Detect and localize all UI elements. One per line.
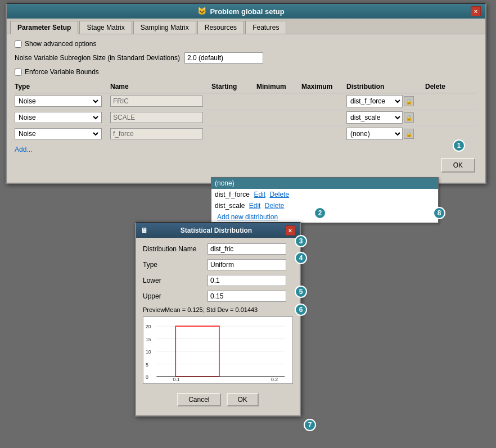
dropdown-dist-scale-edit[interactable]: Edit [249,202,261,210]
lock-btn-1[interactable]: 🔒 [404,96,414,106]
svg-text:5: 5 [146,361,148,367]
svg-text:0.2: 0.2 [271,377,278,381]
tab-sampling-matrix[interactable]: Sampling Matrix [133,21,196,34]
dist-dropdown-2[interactable]: dist_scale [346,111,403,124]
type-select-3[interactable]: Noise [15,128,102,139]
tab-resources[interactable]: Resources [197,21,244,34]
svg-text:0: 0 [146,374,148,380]
dist-select-wrap-3: (none) 🔒 [346,128,425,140]
type-row: Type [143,259,293,270]
footer-row: OK [15,153,477,177]
dropdown-dist-f-force-label: dist_f_force [215,191,250,198]
type-select-2[interactable]: Noise [15,112,102,123]
type-dropdown-1[interactable]: Noise [16,97,100,106]
tab-stage-matrix[interactable]: Stage Matrix [79,21,132,34]
col-name: Name [110,83,211,90]
main-content: Show advanced options Noise Variable Sub… [7,34,485,183]
upper-row: Upper [143,291,293,302]
show-advanced-label: Show advanced options [25,40,96,48]
col-type: Type [15,83,110,90]
dropdown-dist-scale-label: dist_scale [215,202,245,210]
distribution-chart: 0 5 10 15 20 0.1 0.2 [146,319,290,381]
noise-field-input[interactable] [184,52,263,64]
noise-field-row: Noise Variable Subregion Size (in Standa… [15,52,477,64]
dist-name-input[interactable] [208,243,286,255]
lock-btn-2[interactable]: 🔒 [404,112,414,123]
lower-label: Lower [143,277,208,284]
badge-4: 4 [295,252,307,264]
stat-content: Distribution Name Type Lower Upper Previ… [136,238,300,415]
dropdown-none-label: (none) [215,179,235,187]
name-input-1[interactable] [110,96,203,107]
noise-field-label: Noise Variable Subregion Size (in Standa… [15,54,180,62]
add-link[interactable]: Add... [15,146,32,153]
chart-container: 0 5 10 15 20 0.1 0.2 [143,316,293,384]
main-dialog: 🐱 Problem global setup × Parameter Setup… [6,3,486,184]
svg-text:20: 20 [146,324,151,329]
badge-7: 7 [304,419,316,431]
dropdown-item-none[interactable]: (none) [211,178,438,189]
badge-6: 6 [295,304,307,316]
stat-dialog-icon: 🖥 [141,227,147,234]
table-row: Noise (none) 🔒 [15,126,477,142]
preview-text: PreviewMean = 0.125; Std Dev = 0.01443 [143,306,293,313]
main-close-button[interactable]: × [471,6,481,16]
stat-dialog-title: Statistical Distribution [181,227,252,234]
dropdown-item-dist-f-force[interactable]: dist_f_force Edit Delete [211,189,438,200]
tab-features[interactable]: Features [245,21,286,34]
stat-close-button[interactable]: × [285,225,295,236]
name-input-2[interactable] [110,112,203,123]
type-select-1[interactable]: Noise [15,96,102,107]
main-ok-button[interactable]: OK [441,158,475,173]
enforce-bounds-row: Enforce Variable Bounds [15,68,477,76]
dist-name-row: Distribution Name [143,243,293,255]
svg-text:10: 10 [146,349,151,355]
dist-name-label: Distribution Name [143,245,208,253]
enforce-bounds-checkbox[interactable] [15,69,22,76]
badge-8: 8 [433,207,445,219]
show-advanced-checkbox[interactable] [15,40,22,48]
enforce-bounds-label: Enforce Variable Bounds [25,68,99,76]
col-maximum: Maximum [301,83,346,90]
svg-text:15: 15 [146,337,151,342]
dropdown-dist-scale-delete[interactable]: Delete [265,202,285,210]
dist-select-wrap-2: dist_scale 🔒 [346,111,425,124]
lock-btn-3[interactable]: 🔒 [404,129,414,139]
stat-ok-button[interactable]: OK [227,393,259,406]
badge-3: 3 [295,235,307,247]
type-input[interactable] [208,259,286,270]
type-label: Type [143,261,208,269]
svg-text:0.1: 0.1 [173,377,179,381]
badge-2: 2 [314,207,326,219]
dist-dropdown-3[interactable]: (none) [346,128,403,140]
show-advanced-row: Show advanced options [15,40,477,48]
lower-input[interactable] [208,275,286,286]
dropdown-dist-f-force-edit[interactable]: Edit [254,191,265,198]
table-row: Noise dist_f_force 🔒 [15,93,477,110]
type-dropdown-3[interactable]: Noise [16,129,100,138]
main-title-bar: 🐱 Problem global setup × [7,4,485,19]
table-row: Noise dist_scale 🔒 [15,110,477,126]
dropdown-dist-f-force-delete[interactable]: Delete [269,191,289,198]
col-distribution: Distribution [346,83,425,90]
dropdown-add-new-link[interactable]: Add new distribution [217,213,278,221]
table-header: Type Name Starting Minimum Maximum Distr… [15,80,477,93]
col-delete: Delete [425,83,459,90]
stat-dialog: 🖥 Statistical Distribution × Distributio… [135,222,301,417]
col-minimum: Minimum [256,83,301,90]
upper-input[interactable] [208,291,286,302]
main-dialog-title: Problem global setup [210,7,284,16]
badge-1: 1 [453,139,465,152]
stat-cancel-button[interactable]: Cancel [177,393,220,406]
tab-parameter-setup[interactable]: Parameter Setup [10,21,78,34]
badge-5: 5 [295,286,307,298]
app-icon: 🐱 [197,7,206,16]
dist-dropdown-1[interactable]: dist_f_force [346,95,403,107]
lower-row: Lower [143,275,293,286]
dist-select-wrap-1: dist_f_force 🔒 [346,95,425,107]
stat-dialog-footer: Cancel OK [143,390,293,410]
stat-title-bar: 🖥 Statistical Distribution × [136,223,300,238]
name-input-3[interactable] [110,128,203,139]
type-dropdown-2[interactable]: Noise [16,113,100,122]
upper-label: Upper [143,292,208,300]
